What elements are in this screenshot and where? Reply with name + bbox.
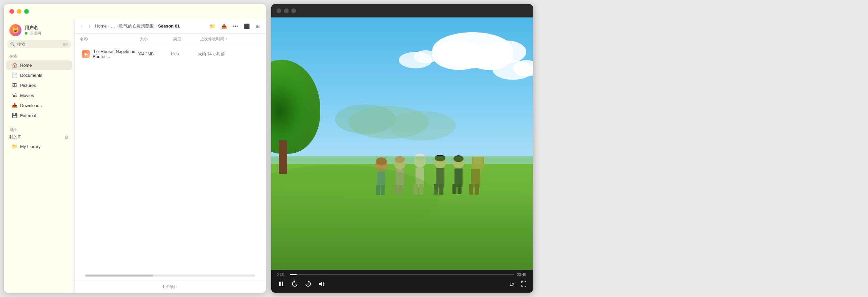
sidebar-item-downloads[interactable]: 📥 Downloads bbox=[6, 101, 72, 110]
speed-button[interactable]: 1x bbox=[508, 280, 516, 288]
pictures-icon: 🖼 bbox=[11, 82, 18, 88]
breadcrumb-sep-1: › bbox=[108, 24, 110, 29]
sort-icon: ↑ bbox=[225, 37, 227, 41]
progress-track[interactable] bbox=[290, 274, 514, 275]
sidebar-item-home[interactable]: 🏠 Home bbox=[6, 60, 72, 70]
file-manager-window: 🐱 用户名 互联网 🔍 ⌘K 存储 🏠 Home bbox=[4, 4, 266, 293]
network-label: 互联网 bbox=[30, 31, 41, 35]
user-name: 用户名 bbox=[25, 25, 41, 31]
player-close-button[interactable] bbox=[277, 8, 281, 13]
svg-marker-47 bbox=[308, 280, 309, 283]
col-modified-label: 上次修改时间 bbox=[200, 36, 224, 42]
col-type[interactable]: 类型 bbox=[173, 36, 200, 42]
breadcrumb-sep-3: › bbox=[155, 24, 157, 29]
sidebar-item-label: Downloads bbox=[20, 103, 42, 108]
file-browser: ‹ › Home › … › 吹气的亡灵想隐退 › Season 01 📁 📤 … bbox=[74, 19, 266, 293]
new-folder-button[interactable]: 📁 bbox=[208, 22, 217, 30]
title-bar bbox=[4, 4, 266, 19]
breadcrumb-current: Season 01 bbox=[158, 24, 180, 29]
sync-label: 同步 bbox=[9, 127, 17, 132]
col-name-label: 名称 bbox=[80, 36, 88, 42]
sync-header: 同步 bbox=[4, 126, 74, 134]
col-type-label: 类型 bbox=[173, 36, 181, 42]
rewind-button[interactable]: 10 bbox=[290, 279, 300, 289]
user-profile: 🐱 用户名 互联网 bbox=[4, 22, 74, 40]
sidebar-item-pictures[interactable]: 🖼 Pictures bbox=[6, 80, 72, 90]
file-date: 大约 14 小时前 bbox=[198, 51, 258, 57]
fullscreen-button[interactable] bbox=[520, 280, 528, 288]
sidebar-item-my-library[interactable]: 📁 My Library bbox=[6, 142, 72, 151]
svg-point-9 bbox=[335, 104, 395, 134]
player-minimize-button[interactable] bbox=[284, 8, 289, 13]
ground-svg bbox=[271, 156, 533, 270]
media-player-window: 0:16 23:45 10 bbox=[271, 4, 533, 293]
svg-point-3 bbox=[486, 40, 526, 63]
app-body: 🐱 用户名 互联网 🔍 ⌘K 存储 🏠 Home bbox=[4, 19, 266, 293]
grid-view-button[interactable]: ⊞ bbox=[254, 22, 262, 30]
breadcrumb-ellipsis[interactable]: … bbox=[111, 24, 115, 29]
search-bar[interactable]: 🔍 ⌘K bbox=[7, 40, 71, 48]
downloads-icon: 📥 bbox=[11, 103, 18, 108]
documents-icon: 📄 bbox=[11, 72, 18, 78]
sidebar-item-documents[interactable]: 📄 Documents bbox=[6, 70, 72, 80]
forward-button[interactable]: 10 bbox=[304, 279, 313, 289]
breadcrumb: Home › … › 吹气的亡灵想隐退 › Season 01 bbox=[95, 23, 205, 29]
storage-section-label: 存储 bbox=[4, 52, 74, 60]
volume-button[interactable] bbox=[317, 279, 326, 289]
sidebar-toggle-button[interactable]: ⬛ bbox=[242, 22, 252, 30]
scrollbar-area bbox=[74, 270, 266, 280]
play-pause-button[interactable] bbox=[277, 279, 286, 289]
file-footer: 1 个项目 bbox=[74, 280, 266, 293]
col-name[interactable]: 名称 bbox=[80, 36, 140, 42]
svg-text:10: 10 bbox=[307, 283, 309, 285]
sidebar-item-label: External bbox=[20, 113, 36, 118]
file-type: blob bbox=[171, 52, 198, 56]
file-table: ▶ [LoliHouse] Nageki no Bourei ... 304.8… bbox=[74, 45, 266, 270]
sync-section: 同步 我的库 ⚙ 📁 My Library bbox=[4, 126, 74, 151]
total-time: 23:45 bbox=[517, 272, 528, 276]
traffic-lights bbox=[9, 9, 29, 14]
file-table-header: 名称 大小 类型 上次修改时间 ↑ bbox=[74, 34, 266, 45]
file-toolbar: ‹ › Home › … › 吹气的亡灵想隐退 › Season 01 📁 📤 … bbox=[74, 19, 266, 34]
upload-button[interactable]: 📤 bbox=[219, 22, 229, 30]
maximize-button[interactable] bbox=[24, 9, 29, 14]
sync-settings-icon[interactable]: ⚙ bbox=[64, 135, 69, 140]
anime-scene bbox=[271, 18, 533, 270]
breadcrumb-sep-2: › bbox=[117, 24, 118, 29]
svg-rect-43 bbox=[279, 282, 281, 286]
col-modified[interactable]: 上次修改时间 ↑ bbox=[200, 36, 260, 42]
avatar: 🐱 bbox=[9, 24, 22, 36]
sidebar-item-external[interactable]: 💾 External bbox=[6, 111, 72, 120]
toolbar-actions: 📁 📤 ••• ⬛ ⊞ bbox=[208, 22, 262, 30]
svg-text:10: 10 bbox=[294, 283, 296, 285]
controls-right: 1x bbox=[508, 280, 528, 288]
player-title-bar bbox=[271, 4, 533, 18]
table-row[interactable]: ▶ [LoliHouse] Nageki no Bourei ... 304.8… bbox=[76, 46, 264, 62]
back-button[interactable]: ‹ bbox=[79, 22, 84, 30]
current-time: 0:16 bbox=[277, 272, 287, 276]
item-count: 1 个项目 bbox=[162, 284, 178, 290]
search-input[interactable] bbox=[17, 42, 60, 47]
user-network: 互联网 bbox=[25, 31, 41, 36]
breadcrumb-home[interactable]: Home bbox=[95, 24, 107, 29]
controls-row: 10 10 bbox=[277, 279, 528, 289]
forward-button[interactable]: › bbox=[87, 22, 93, 30]
user-info: 用户名 互联网 bbox=[25, 25, 41, 36]
controls-left: 10 10 bbox=[277, 279, 326, 289]
file-name: [LoliHouse] Nageki no Bourei ... bbox=[93, 49, 137, 59]
close-button[interactable] bbox=[9, 9, 14, 14]
scrollbar-thumb bbox=[85, 274, 153, 276]
horizontal-scrollbar[interactable] bbox=[85, 274, 255, 276]
sidebar-item-movies[interactable]: 📽 Movies bbox=[6, 91, 72, 100]
player-controls: 0:16 23:45 10 bbox=[271, 270, 533, 293]
tree bbox=[279, 140, 287, 174]
search-shortcut: ⌘K bbox=[62, 43, 68, 46]
minimize-button[interactable] bbox=[17, 9, 22, 14]
svg-rect-44 bbox=[282, 282, 283, 286]
player-maximize-button[interactable] bbox=[291, 8, 296, 13]
col-size-label: 大小 bbox=[140, 36, 148, 42]
sidebar: 🐱 用户名 互联网 🔍 ⌘K 存储 🏠 Home bbox=[4, 19, 74, 293]
col-size[interactable]: 大小 bbox=[140, 36, 173, 42]
breadcrumb-parent[interactable]: 吹气的亡灵想隐退 bbox=[119, 23, 154, 29]
more-options-button[interactable]: ••• bbox=[231, 22, 240, 30]
